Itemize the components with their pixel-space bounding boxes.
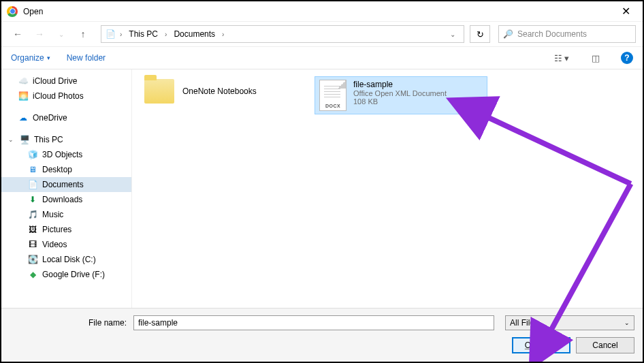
window-title: Open: [23, 7, 43, 16]
docx-icon: DOCX: [319, 80, 347, 111]
file-list[interactable]: OneNote Notebooks DOCX file-sample Offic…: [132, 69, 643, 308]
cube-icon: 🧊: [27, 149, 38, 160]
open-split-dropdown-icon[interactable]: ▾: [550, 343, 558, 349]
sidebar: ☁️iCloud Drive 🌅iCloud Photos ☁OneDrive …: [1, 69, 132, 308]
sidebar-item-videos[interactable]: 🎞Videos: [1, 237, 131, 252]
file-size: 108 KB: [353, 97, 447, 106]
sidebar-item-googledrive[interactable]: ◆Google Drive (F:): [1, 267, 131, 282]
filename-label: File name:: [10, 318, 129, 328]
filename-input[interactable]: [133, 315, 494, 330]
folder-name: OneNote Notebooks: [182, 86, 257, 96]
forward-button[interactable]: →: [30, 25, 49, 44]
gdrive-icon: ◆: [27, 269, 38, 280]
music-icon: 🎵: [27, 209, 38, 220]
sidebar-item-icloud-drive[interactable]: ☁️iCloud Drive: [1, 74, 131, 89]
cloud-icon: ☁️: [18, 76, 29, 86]
chrome-icon: [7, 6, 18, 17]
sidebar-item-pictures[interactable]: 🖼Pictures: [1, 222, 131, 237]
list-item-folder[interactable]: OneNote Notebooks: [142, 76, 308, 106]
refresh-button[interactable]: ↻: [470, 25, 490, 43]
list-item-file-selected[interactable]: DOCX file-sample Office Open XML Documen…: [315, 76, 487, 114]
chevron-right-icon[interactable]: ›: [221, 31, 225, 38]
address-bar[interactable]: 📄 › This PC › Documents › ⌄: [101, 25, 464, 43]
open-button[interactable]: Open ▾: [512, 337, 570, 353]
chevron-right-icon[interactable]: ›: [118, 31, 123, 38]
chevron-down-icon: ▾: [47, 54, 50, 61]
chevron-right-icon[interactable]: ›: [163, 31, 168, 38]
chevron-down-icon: ⌄: [624, 319, 630, 326]
search-icon: 🔍: [503, 29, 513, 39]
filetype-filter[interactable]: All Files ⌄: [505, 315, 634, 330]
desktop-icon: 🖥: [27, 164, 38, 175]
bottom-bar: File name: All Files ⌄ Open ▾ Cancel: [1, 308, 643, 362]
videos-icon: 🎞: [27, 239, 38, 250]
documents-path-icon: 📄: [106, 29, 116, 39]
expand-caret-icon[interactable]: ⌄: [8, 136, 15, 143]
toolbar: Organize ▾ New folder ☷ ▾ ◫ ?: [1, 46, 643, 69]
preview-pane-button[interactable]: ◫: [587, 50, 605, 66]
sidebar-item-downloads[interactable]: ⬇Downloads: [1, 192, 131, 207]
pictures-icon: 🖼: [27, 224, 38, 235]
sidebar-item-desktop[interactable]: 🖥Desktop: [1, 162, 131, 177]
breadcrumb-documents[interactable]: Documents: [171, 28, 218, 40]
new-folder-button[interactable]: New folder: [67, 53, 106, 63]
recent-dropdown-icon[interactable]: ⌄: [52, 25, 71, 44]
sidebar-item-onedrive[interactable]: ☁OneDrive: [1, 110, 131, 125]
download-icon: ⬇: [27, 194, 38, 205]
search-input[interactable]: 🔍 Search Documents: [498, 25, 636, 43]
documents-icon: 📄: [27, 179, 38, 190]
help-icon[interactable]: ?: [621, 52, 633, 64]
back-button[interactable]: ←: [8, 25, 27, 44]
disk-icon: 💽: [27, 254, 38, 265]
address-dropdown-icon[interactable]: ⌄: [446, 31, 460, 38]
sidebar-item-3dobjects[interactable]: 🧊3D Objects: [1, 147, 131, 162]
pc-icon: 🖥️: [19, 134, 30, 145]
titlebar: Open ✕: [1, 1, 643, 22]
onedrive-icon: ☁: [18, 112, 29, 123]
folder-icon: [144, 79, 174, 104]
photos-icon: 🌅: [18, 91, 29, 101]
sidebar-item-icloud-photos[interactable]: 🌅iCloud Photos: [1, 89, 131, 104]
view-options-button[interactable]: ☷ ▾: [553, 50, 570, 66]
sidebar-item-music[interactable]: 🎵Music: [1, 207, 131, 222]
sidebar-item-thispc[interactable]: ⌄🖥️This PC: [1, 132, 131, 147]
file-name: file-sample: [353, 80, 447, 89]
file-type: Office Open XML Document: [353, 89, 447, 97]
close-icon[interactable]: ✕: [615, 2, 637, 20]
sidebar-item-localdisk[interactable]: 💽Local Disk (C:): [1, 252, 131, 267]
up-button[interactable]: ↑: [74, 25, 93, 44]
cancel-button[interactable]: Cancel: [576, 337, 634, 353]
search-placeholder: Search Documents: [517, 29, 587, 39]
sidebar-item-documents[interactable]: 📄Documents: [1, 177, 131, 192]
breadcrumb-thispc[interactable]: This PC: [126, 28, 161, 40]
navbar: ← → ⌄ ↑ 📄 › This PC › Documents › ⌄ ↻ 🔍 …: [1, 22, 643, 46]
organize-button[interactable]: Organize ▾: [11, 53, 50, 63]
